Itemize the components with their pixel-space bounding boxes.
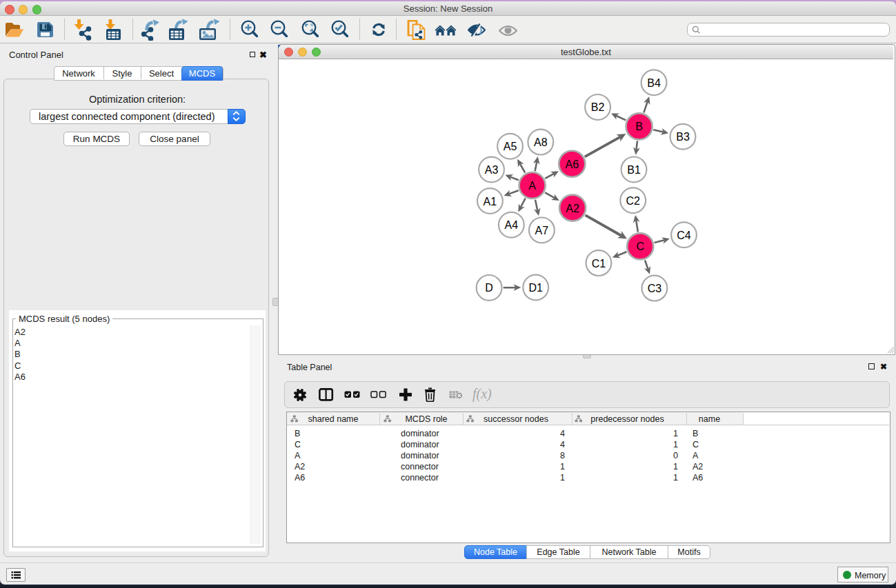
svg-text:A1: A1 bbox=[484, 196, 497, 207]
svg-text:B: B bbox=[635, 121, 643, 132]
svg-text:C2: C2 bbox=[626, 195, 640, 207]
svg-text:B1: B1 bbox=[627, 164, 641, 176]
svg-text:B2: B2 bbox=[591, 101, 605, 113]
svg-text:D1: D1 bbox=[528, 282, 543, 294]
svg-text:A3: A3 bbox=[485, 164, 499, 176]
svg-text:A7: A7 bbox=[535, 225, 549, 236]
svg-text:C: C bbox=[636, 241, 644, 252]
svg-text:A4: A4 bbox=[505, 219, 519, 231]
svg-text:B4: B4 bbox=[647, 77, 661, 89]
svg-text:C3: C3 bbox=[648, 283, 662, 294]
svg-text:A5: A5 bbox=[504, 141, 517, 152]
svg-text:B3: B3 bbox=[676, 131, 690, 143]
svg-text:C4: C4 bbox=[677, 230, 691, 241]
svg-text:A: A bbox=[528, 180, 536, 192]
svg-text:C1: C1 bbox=[592, 258, 606, 270]
svg-text:D: D bbox=[485, 282, 493, 294]
svg-text:A2: A2 bbox=[566, 203, 579, 214]
svg-text:A8: A8 bbox=[534, 136, 548, 148]
svg-text:A6: A6 bbox=[566, 159, 579, 170]
